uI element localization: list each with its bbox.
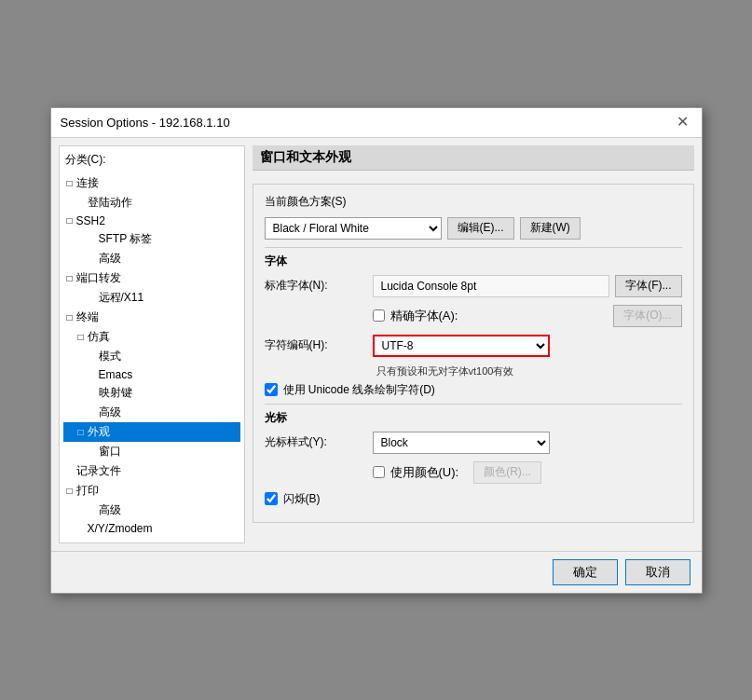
tree-item-remote_x11[interactable]: 远程/X11	[63, 288, 240, 308]
color-button: 颜色(R)...	[473, 461, 541, 484]
tree-label: 仿真	[88, 329, 110, 345]
tree-item-terminal[interactable]: □终端	[63, 308, 240, 327]
blink-label: 闪烁(B)	[283, 491, 321, 507]
encoding-hint: 只有预设和无对字体vt100有效	[376, 364, 682, 378]
cursor-style-row: 光标样式(Y): Block	[265, 432, 682, 454]
dialog: Session Options - 192.168.1.10 ✕ 分类(C): …	[50, 107, 703, 594]
tree-item-print[interactable]: □打印	[63, 481, 240, 501]
tree-item-mode[interactable]: 模式	[63, 347, 240, 366]
tree-item-advanced_ssh[interactable]: 高级	[63, 249, 240, 268]
std-font-value: Lucida Console 8pt	[373, 275, 610, 297]
unicode-label: 使用 Unicode 线条绘制字符(D)	[283, 382, 435, 398]
tree-label: 窗口	[99, 444, 121, 460]
footer: 确定 取消	[51, 551, 702, 593]
expand-icon: □	[75, 427, 88, 437]
precise-font-button[interactable]: 字体(O)...	[613, 305, 681, 327]
font-subtitle: 字体	[265, 254, 682, 269]
tree-item-port_forward[interactable]: □端口转发	[63, 268, 240, 288]
use-color-row: 使用颜色(U): 颜色(R)...	[265, 461, 682, 484]
std-font-row: 标准字体(N): Lucida Console 8pt 字体(F)...	[265, 275, 682, 297]
left-panel: 分类(C): □连接登陆动作□SSH2SFTP 标签高级□端口转发远程/X11□…	[59, 145, 245, 543]
expand-icon: □	[63, 215, 76, 226]
color-scheme-select[interactable]: Black / Floral White	[265, 217, 442, 240]
blink-checkbox[interactable]	[265, 492, 278, 505]
tree-item-xyzmodem[interactable]: X/Y/Zmodem	[63, 520, 240, 537]
expand-icon: □	[63, 312, 76, 323]
tree-item-advanced_term[interactable]: 高级	[63, 403, 240, 422]
encoding-label: 字符编码(H):	[265, 337, 367, 353]
tree-container: □连接登陆动作□SSH2SFTP 标签高级□端口转发远程/X11□终端□仿真模式…	[63, 173, 240, 537]
tree-label: 打印	[76, 483, 99, 499]
tree-label: SSH2	[76, 214, 105, 227]
section-title: 窗口和文本外观	[253, 145, 694, 171]
dialog-body: 分类(C): □连接登陆动作□SSH2SFTP 标签高级□端口转发远程/X11□…	[51, 138, 702, 551]
tree-section-label: 分类(C):	[63, 152, 240, 168]
cancel-button[interactable]: 取消	[625, 559, 690, 585]
color-scheme-label-row: 当前颜色方案(S)	[265, 194, 682, 210]
color-scheme-row: Black / Floral White 编辑(E)... 新建(W)	[265, 217, 682, 240]
font-button[interactable]: 字体(F)...	[615, 275, 681, 297]
tree-label: X/Y/Zmodem	[88, 522, 153, 535]
unicode-checkbox[interactable]	[265, 383, 278, 396]
tree-item-window_item[interactable]: 窗口	[63, 442, 240, 461]
color-scheme-label: 当前颜色方案(S)	[265, 194, 347, 210]
tree-label: SFTP 标签	[99, 231, 153, 247]
new-scheme-button[interactable]: 新建(W)	[520, 217, 581, 240]
tree-label: 外观	[88, 424, 110, 440]
encoding-select[interactable]: UTF-8	[373, 335, 550, 357]
encoding-row: 字符编码(H): UTF-8	[265, 335, 682, 357]
divider2	[265, 404, 682, 405]
expand-icon: □	[75, 332, 88, 342]
cursor-style-select[interactable]: Block	[373, 432, 550, 454]
tree-label: 终端	[76, 309, 99, 325]
tree-item-emulation[interactable]: □仿真	[63, 327, 240, 347]
tree-item-advanced_print[interactable]: 高级	[63, 501, 240, 520]
tree-item-connect[interactable]: □连接	[63, 173, 240, 193]
expand-icon: □	[63, 178, 76, 188]
tree-label: 登陆动作	[88, 195, 132, 211]
tree-item-ssh2[interactable]: □SSH2	[63, 213, 240, 229]
use-color-label: 使用颜色(U):	[390, 464, 459, 481]
window-title: Session Options - 192.168.1.10	[61, 116, 230, 130]
tree-item-log_file[interactable]: 记录文件	[63, 461, 240, 481]
tree-label: 远程/X11	[99, 290, 144, 306]
precise-font-checkbox[interactable]	[373, 309, 385, 322]
tree-item-login_action[interactable]: 登陆动作	[63, 193, 240, 213]
blink-row: 闪烁(B)	[265, 491, 682, 507]
tree-label: 记录文件	[76, 463, 121, 479]
tree-label: 模式	[99, 349, 121, 364]
tree-label: 映射键	[99, 385, 132, 401]
use-color-checkbox[interactable]	[373, 466, 385, 478]
expand-icon: □	[63, 273, 76, 283]
tree-label: 高级	[99, 502, 121, 518]
tree-label: 端口转发	[76, 270, 121, 286]
close-button[interactable]: ✕	[673, 113, 692, 131]
expand-icon: □	[63, 486, 76, 496]
tree-item-appearance[interactable]: □外观	[63, 422, 240, 442]
color-scheme-group: 当前颜色方案(S) Black / Floral White 编辑(E)... …	[253, 184, 694, 523]
std-font-label: 标准字体(N):	[265, 278, 367, 294]
tree-label: 高级	[99, 405, 121, 420]
precise-font-label: 精确字体(A):	[390, 308, 458, 324]
title-bar: Session Options - 192.168.1.10 ✕	[51, 108, 702, 138]
cursor-subtitle: 光标	[265, 410, 682, 426]
right-panel: 窗口和文本外观 当前颜色方案(S) Black / Floral White 编…	[253, 145, 694, 543]
cursor-style-label: 光标样式(Y):	[265, 434, 367, 450]
edit-scheme-button[interactable]: 编辑(E)...	[447, 217, 514, 240]
precise-font-row: 精确字体(A): 字体(O)...	[265, 305, 682, 327]
unicode-row: 使用 Unicode 线条绘制字符(D)	[265, 382, 682, 398]
ok-button[interactable]: 确定	[553, 559, 618, 585]
tree-item-sftp[interactable]: SFTP 标签	[63, 229, 240, 249]
divider1	[265, 247, 682, 248]
tree-label: 连接	[76, 175, 99, 191]
tree-item-keymap[interactable]: 映射键	[63, 383, 240, 403]
tree-label: Emacs	[99, 368, 133, 381]
tree-item-emacs[interactable]: Emacs	[63, 366, 240, 383]
tree-label: 高级	[99, 251, 121, 267]
